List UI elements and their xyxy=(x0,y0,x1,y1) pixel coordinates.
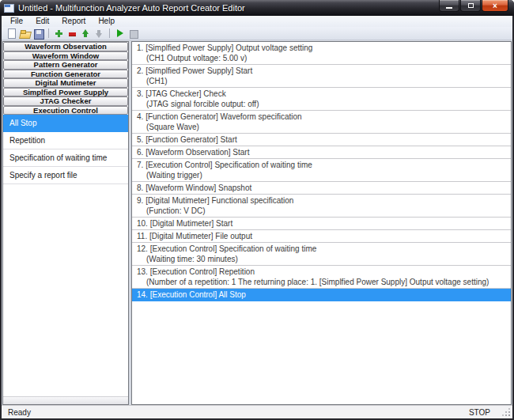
step-title: 10. [Digital Mutimeter] Start xyxy=(137,218,511,229)
step-title-text: [Digital Mutimeter] Start xyxy=(150,219,232,228)
step-number: 5. xyxy=(137,135,143,144)
step-title: 3. [JTAG Checker] Check xyxy=(137,89,511,99)
window-controls: × xyxy=(438,0,508,12)
resize-grip[interactable] xyxy=(501,407,510,416)
module-button[interactable]: Function Generator xyxy=(3,70,128,79)
sidebar-action-item[interactable]: Specify a report file xyxy=(3,167,128,184)
sidebar-action-item[interactable]: Repetition xyxy=(3,132,128,149)
step-number: 4. xyxy=(137,112,143,121)
step-title-text: [Simplfied Power Supply] Start xyxy=(146,66,252,75)
step-title: 14. [Execution Control] All Stop xyxy=(137,289,511,300)
menu-item[interactable]: File xyxy=(4,16,29,27)
maximize-icon xyxy=(468,3,474,8)
sidebar-horizontal-scrollbar[interactable] xyxy=(3,396,128,404)
module-button[interactable]: Simplfied Power Supply xyxy=(3,88,128,97)
app-icon xyxy=(4,4,14,13)
sidebar: Waveform ObservationWaveform WindowPatte… xyxy=(2,41,129,405)
step-number: 13. xyxy=(137,267,148,276)
toolbar-separator xyxy=(48,28,49,38)
open-folder-icon[interactable] xyxy=(20,28,30,39)
step-title-text: [Digital Mutimeter] Functional specifica… xyxy=(146,196,293,205)
step-title-text: [Digital Mutimeter] File output xyxy=(149,232,252,240)
step-title-text: [Execution Control] Specification of wai… xyxy=(150,244,317,253)
step-detail: (Waiting time: 30 minutes) xyxy=(137,254,511,264)
minimize-button[interactable] xyxy=(439,0,459,12)
module-button[interactable]: Pattern Generator xyxy=(3,60,128,70)
menu-item[interactable]: Edit xyxy=(29,16,55,27)
module-button-group: Waveform ObservationWaveform WindowPatte… xyxy=(3,42,128,115)
menu-item[interactable]: Report xyxy=(55,16,92,27)
title-bar[interactable]: Untitled - Multifunction Analyzer Auto R… xyxy=(0,0,514,16)
report-step-row[interactable]: 10. [Digital Mutimeter] Start xyxy=(132,218,511,230)
close-button[interactable]: × xyxy=(482,0,508,12)
module-button[interactable]: Digital Mutimeter xyxy=(3,78,128,88)
step-title: 2. [Simplfied Power Supply] Start xyxy=(137,66,511,76)
step-title-text: [Execution Control] All Stop xyxy=(150,290,246,299)
step-title: 7. [Execution Control] Specification of … xyxy=(137,160,511,170)
report-step-row[interactable]: 9. [Digital Mutimeter] Functional specif… xyxy=(132,195,511,218)
step-title: 1. [Simplfied Power Supply] Output volta… xyxy=(137,43,511,53)
window-title: Untitled - Multifunction Analyzer Auto R… xyxy=(18,0,245,16)
step-title: 12. [Execution Control] Specification of… xyxy=(137,244,511,254)
sidebar-action-item[interactable]: All Stop xyxy=(3,115,128,132)
report-step-row[interactable]: 8. [Waveform Window] Snapshot xyxy=(132,182,511,195)
maximize-button[interactable] xyxy=(460,0,481,12)
step-title-text: [JTAG Checker] Check xyxy=(146,89,226,98)
step-title-text: [Execution Control] Repetition xyxy=(150,267,255,276)
step-detail: (Waiting trigger) xyxy=(137,170,511,180)
step-number: 6. xyxy=(137,148,143,157)
module-button[interactable]: Waveform Observation xyxy=(3,42,128,51)
step-title-text: [Simplfied Power Supply] Output voltage … xyxy=(146,44,312,52)
remove-step-icon[interactable] xyxy=(67,28,77,39)
save-icon[interactable] xyxy=(33,28,43,39)
report-step-row[interactable]: 2. [Simplfied Power Supply] Start (CH1) xyxy=(132,65,511,88)
action-item-list: All StopRepetitionSpecification of waiti… xyxy=(3,115,128,184)
report-step-row[interactable]: 1. [Simplfied Power Supply] Output volta… xyxy=(132,42,511,65)
module-button[interactable]: Waveform Window xyxy=(3,51,128,61)
module-button[interactable]: Execution Control xyxy=(3,106,128,115)
add-step-icon[interactable] xyxy=(54,28,64,39)
report-step-row[interactable]: 7. [Execution Control] Specification of … xyxy=(132,159,511,182)
report-step-row[interactable]: 12. [Execution Control] Specification of… xyxy=(132,243,511,266)
report-step-row[interactable]: 11. [Digital Mutimeter] File output xyxy=(132,230,511,243)
report-step-row[interactable]: 6. [Waveform Observation] Start xyxy=(132,146,511,159)
window-body: FileEditReportHelp Waveform ObservationW… xyxy=(2,16,512,418)
step-number: 11. xyxy=(137,232,147,240)
step-title: 4. [Function Generator] Waveform specifi… xyxy=(137,112,511,122)
step-number: 2. xyxy=(137,66,143,75)
minimize-icon xyxy=(446,7,452,9)
report-step-row[interactable]: 14. [Execution Control] All Stop xyxy=(132,289,511,301)
step-number: 9. xyxy=(137,196,143,205)
toolbar-separator xyxy=(109,28,110,38)
report-step-row[interactable]: 13. [Execution Control] Repetition (Numb… xyxy=(132,266,511,289)
report-step-row[interactable]: 3. [JTAG Checker] Check (JTAG signal for… xyxy=(132,88,511,111)
sidebar-action-item[interactable]: Specification of waiting time xyxy=(3,149,128,167)
step-detail: (Function: V DC) xyxy=(137,206,511,216)
step-number: 7. xyxy=(137,161,143,169)
close-icon: × xyxy=(493,1,497,11)
step-title-text: [Execution Control] Specification of wai… xyxy=(146,161,312,169)
content-area: Waveform ObservationWaveform WindowPatte… xyxy=(2,40,512,405)
report-step-row[interactable]: 5. [Function Generator] Start xyxy=(132,134,511,146)
step-number: 8. xyxy=(137,184,143,192)
toolbar xyxy=(2,27,512,40)
step-title-text: [Function Generator] Start xyxy=(146,135,237,144)
status-message: Ready xyxy=(5,408,31,417)
run-icon[interactable] xyxy=(115,28,125,39)
step-number: 10. xyxy=(137,219,148,228)
step-detail: (Number of a repetition: 1 The returning… xyxy=(137,277,511,287)
menu-bar: FileEditReportHelp xyxy=(2,16,512,27)
menu-item[interactable]: Help xyxy=(92,16,121,27)
stop-icon[interactable] xyxy=(128,28,138,39)
report-step-list: 1. [Simplfied Power Supply] Output volta… xyxy=(131,41,512,405)
step-title: 5. [Function Generator] Start xyxy=(137,134,511,145)
step-title-text: [Function Generator] Waveform specificat… xyxy=(146,112,302,121)
move-up-icon[interactable] xyxy=(81,28,91,39)
module-button[interactable]: JTAG Checker xyxy=(3,96,128,106)
step-title: 13. [Execution Control] Repetition xyxy=(137,267,511,277)
report-step-row[interactable]: 4. [Function Generator] Waveform specifi… xyxy=(132,111,511,134)
new-file-icon[interactable] xyxy=(6,28,17,39)
step-title: 11. [Digital Mutimeter] File output xyxy=(137,231,511,241)
step-detail: (CH1 Output voltage: 5.00 v) xyxy=(137,53,511,63)
move-down-icon[interactable] xyxy=(94,28,104,39)
